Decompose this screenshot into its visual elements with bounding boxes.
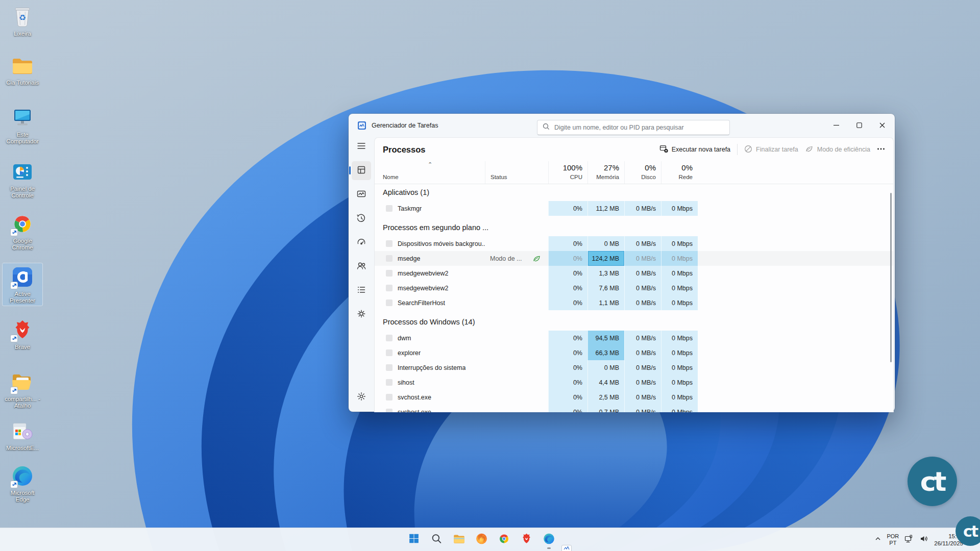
process-name: msedge: [398, 255, 420, 262]
firefox-icon: [475, 532, 488, 547]
disk-cell: 0 MB/s: [624, 281, 661, 295]
close-button[interactable]: [871, 114, 894, 136]
network-cell: 0 Mbps: [661, 266, 698, 281]
status-cell: [485, 281, 548, 295]
process-row-svchost-exe[interactable]: svchost.exe0%2,5 MB0 MB/s0 Mbps: [375, 390, 893, 405]
cpu-cell: 0%: [548, 281, 587, 295]
maximize-button[interactable]: [848, 114, 871, 136]
sidebar-item-settings[interactable]: [352, 388, 371, 407]
titlebar[interactable]: Gerenciador de Tarefas Digite um nome, e…: [349, 114, 895, 137]
process-name: msedgewebview2: [398, 285, 448, 292]
desktop-icon-painel-de-controle[interactable]: Painel de Controle: [3, 158, 42, 201]
column-header-cpu[interactable]: 100%CPU: [548, 161, 587, 184]
minimize-button[interactable]: [825, 114, 848, 136]
search-input[interactable]: Digite um nome, editor ou PID para pesqu…: [537, 120, 730, 135]
sidebar-item-services[interactable]: [352, 305, 371, 324]
end-task-button[interactable]: Finalizar tarefa: [744, 145, 798, 155]
group-label: Processos do Windows (14): [383, 318, 475, 326]
memory-cell: 0 MB: [587, 236, 624, 251]
sidebar-item-users[interactable]: [352, 257, 371, 276]
column-header-nome[interactable]: ⌃ Nome: [375, 161, 485, 184]
window-title: Gerenciador de Tarefas: [372, 122, 438, 129]
efficiency-leaf-icon: [805, 144, 814, 155]
desktop-icon-label: Brave: [15, 344, 30, 350]
performance-icon: [356, 189, 366, 201]
desktop-icon-microsoft-edge[interactable]: Microsoft Edge: [3, 462, 42, 505]
brave-icon: [10, 318, 35, 342]
process-row-explorer[interactable]: explorer0%66,3 MB0 MB/s0 Mbps: [375, 345, 893, 360]
sidebar-item-startup-apps[interactable]: [352, 233, 371, 252]
process-name: msedgewebview2: [398, 270, 448, 277]
process-row-svchost-exe[interactable]: svchost.exe0%0,7 MB0 MB/s0 Mbps: [375, 405, 893, 412]
shortcut-arrow-icon: [10, 335, 18, 342]
network-icon[interactable]: [904, 534, 914, 545]
cpu-cell: 0%: [548, 266, 587, 281]
toolbar-separator: [737, 144, 738, 155]
processes-icon: [356, 165, 366, 177]
desktop-icon-compartilh-atalho[interactable]: compartilh... - Atalho: [3, 368, 42, 411]
sidebar-item-app-history[interactable]: [352, 209, 371, 228]
volume-icon[interactable]: [919, 534, 929, 545]
status-cell: [485, 266, 548, 281]
search-icon: [543, 123, 550, 132]
desktop-icon-google-chrome[interactable]: Google Chrome: [3, 210, 42, 253]
group-header-row[interactable]: Aplicativos (1): [375, 184, 893, 201]
nav-menu-button[interactable]: [352, 137, 371, 156]
group-header-row[interactable]: Processos do Windows (14): [375, 313, 893, 331]
group-header-row[interactable]: Processos em segundo plano ...: [375, 219, 893, 236]
cpu-cell: 0%: [548, 375, 587, 390]
process-name: sihost: [398, 379, 414, 386]
desktop-icon-label: Painel de Controle: [3, 186, 42, 199]
language-indicator[interactable]: PORPT: [887, 533, 899, 546]
sidebar-item-processes[interactable]: [352, 161, 371, 180]
desktop-icon-brave[interactable]: Brave: [3, 316, 42, 352]
column-header-status[interactable]: Status: [485, 161, 548, 184]
taskbar-icon-start[interactable]: [404, 529, 425, 550]
taskbar-icon-edge[interactable]: [538, 529, 559, 550]
tray-chevron-up-icon[interactable]: [874, 535, 881, 544]
sidebar-item-performance[interactable]: [352, 185, 371, 204]
more-options-button[interactable]: [877, 145, 885, 154]
process-name: dwm: [398, 335, 411, 342]
taskbar-icon-firefox[interactable]: [471, 529, 492, 550]
sidebar-item-details[interactable]: [352, 281, 371, 300]
status-cell: [485, 295, 548, 310]
desktop-icon-lixeira[interactable]: ♻ Lixeira: [3, 3, 42, 39]
process-row-interrup-es-do-sistema[interactable]: Interrupções do sistema0%0 MB0 MB/s0 Mbp…: [375, 360, 893, 375]
efficiency-mode-button[interactable]: Modo de eficiência: [805, 144, 870, 155]
desktop-icon-este-computador[interactable]: Este Computador: [3, 104, 42, 146]
taskbar-icon-chrome[interactable]: [494, 529, 514, 550]
process-row-dwm[interactable]: dwm0%94,5 MB0 MB/s0 Mbps: [375, 331, 893, 345]
column-header-disco[interactable]: 0%Disco: [624, 161, 661, 184]
memory-cell: 0 MB: [587, 360, 624, 375]
process-icon-placeholder: [386, 270, 393, 277]
taskbar-icon-search[interactable]: [426, 529, 447, 550]
disk-cell: 0 MB/s: [624, 360, 661, 375]
start-icon: [408, 532, 421, 547]
desktop-icon-label: compartilh... - Atalho: [3, 396, 42, 409]
taskbar-icon-brave[interactable]: [516, 529, 537, 550]
process-row-dispositivos-m-veis-backgrou[interactable]: Dispositivos móveis backgrou...0%0 MB0 M…: [375, 236, 893, 251]
desktop-icon-microsofte[interactable]: MicrosoftE...: [3, 417, 42, 453]
status-cell: [485, 405, 548, 412]
process-row-msedgewebview2[interactable]: msedgewebview20%1,3 MB0 MB/s0 Mbps: [375, 266, 893, 281]
process-row-taskmgr[interactable]: Taskmgr0%11,2 MB0 MB/s0 Mbps: [375, 201, 893, 216]
desktop-icon-cia-tutoriais[interactable]: Cia Tutoriais: [3, 52, 42, 88]
taskbar-taskmanager-peek-icon[interactable]: [561, 545, 572, 551]
desktop-icon-active-presenter[interactable]: Active Presenter: [3, 263, 42, 306]
vertical-scrollbar[interactable]: [890, 193, 892, 362]
page-title: Processos: [383, 145, 425, 155]
process-icon-placeholder: [386, 379, 393, 386]
taskbar: PORPT 15:0526/11/2025: [0, 528, 980, 551]
column-header-rede[interactable]: 0%Rede: [661, 161, 698, 184]
network-cell: 0 Mbps: [661, 236, 698, 251]
column-header-memoria[interactable]: 27%Memória: [587, 161, 624, 184]
process-row-msedgewebview2[interactable]: msedgewebview20%7,6 MB0 MB/s0 Mbps: [375, 281, 893, 295]
process-row-msedge[interactable]: msedgeModo de ...0%124,2 MB0 MB/s0 Mbps: [375, 251, 893, 266]
taskbar-icon-explorer[interactable]: [449, 529, 470, 550]
status-cell: [485, 390, 548, 405]
process-row-sihost[interactable]: sihost0%4,4 MB0 MB/s0 Mbps: [375, 375, 893, 390]
network-cell: 0 Mbps: [661, 251, 698, 266]
process-row-searchfilterhost[interactable]: SearchFilterHost0%1,1 MB0 MB/s0 Mbps: [375, 295, 893, 310]
run-new-task-button[interactable]: Executar nova tarefa: [659, 144, 730, 155]
